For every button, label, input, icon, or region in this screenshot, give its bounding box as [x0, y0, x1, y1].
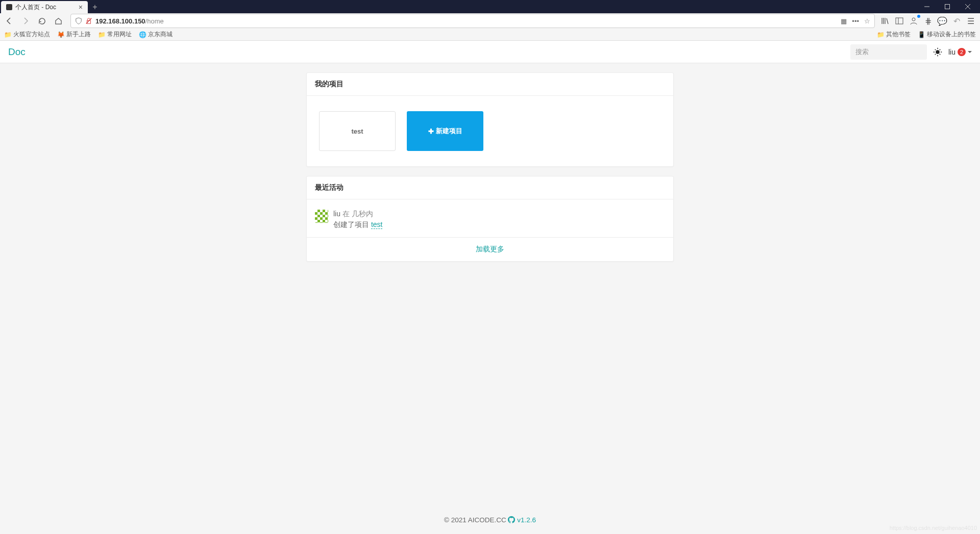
- bookmark-item[interactable]: 🦊新手上路: [57, 30, 91, 39]
- window-maximize-icon[interactable]: [937, 0, 958, 13]
- app-header: Doc liu 2: [0, 41, 980, 63]
- url-text: 192.168.100.150/home: [95, 17, 164, 25]
- bookmark-item[interactable]: 📁火狐官方站点: [4, 30, 50, 39]
- user-name: liu: [948, 48, 955, 56]
- activity-time: 在 几秒内: [342, 210, 373, 218]
- folder-icon: 📁: [4, 31, 11, 38]
- firefox-icon: 🦊: [57, 31, 64, 38]
- extension1-icon[interactable]: ⋕: [923, 16, 933, 26]
- bookmark-other[interactable]: 📁其他书签: [877, 30, 911, 39]
- library-icon[interactable]: [880, 16, 890, 26]
- nav-forward-icon[interactable]: [18, 14, 33, 28]
- svg-rect-1: [945, 5, 950, 9]
- chevron-down-icon: [968, 51, 972, 53]
- extension2-icon[interactable]: 💬: [937, 16, 947, 26]
- browser-nav: 192.168.100.150/home ▦ ••• ☆ ⋕ 💬 ↶ ☰: [0, 13, 980, 29]
- svg-point-9: [936, 50, 940, 54]
- activity-target-link[interactable]: test: [371, 220, 383, 229]
- mobile-icon: 📱: [918, 31, 925, 38]
- panel-title: 我的项目: [307, 73, 673, 96]
- url-right-icons: ▦ ••• ☆: [841, 17, 870, 25]
- new-project-button[interactable]: ✚ 新建项目: [407, 111, 483, 151]
- svg-line-16: [935, 49, 936, 50]
- nav-back-icon[interactable]: [2, 14, 16, 28]
- panel-title: 最近活动: [307, 176, 673, 199]
- window-minimize-icon[interactable]: [917, 0, 937, 13]
- window-close-icon[interactable]: [958, 0, 978, 13]
- activity-item: liu 在 几秒内 创建了项目 test: [307, 199, 673, 238]
- recent-activity-panel: 最近活动 liu 在 几秒内 创建了项目 test: [306, 176, 674, 262]
- theme-icon[interactable]: [932, 46, 943, 58]
- account-icon[interactable]: [909, 16, 919, 26]
- svg-point-8: [912, 18, 915, 21]
- new-project-label: 新建项目: [436, 126, 462, 136]
- tab-title: 个人首页 - Doc: [15, 3, 56, 12]
- new-tab-button[interactable]: +: [88, 1, 102, 13]
- tab-close-icon[interactable]: ×: [79, 3, 83, 11]
- bookmark-item[interactable]: 🌐京东商城: [139, 30, 173, 39]
- activity-user: liu: [333, 210, 340, 218]
- my-projects-panel: 我的项目 test ✚ 新建项目: [306, 72, 674, 167]
- bookmark-mobile[interactable]: 📱移动设备上的书签: [918, 30, 976, 39]
- shield-icon: [75, 17, 82, 24]
- menu-icon[interactable]: ☰: [966, 16, 976, 26]
- url-bar[interactable]: 192.168.100.150/home ▦ ••• ☆: [70, 14, 875, 28]
- search-input[interactable]: [850, 44, 927, 60]
- page-content: 我的项目 test ✚ 新建项目 最近活动: [0, 63, 980, 291]
- nav-reload-icon[interactable]: [35, 14, 49, 28]
- bookmarks-bar: 📁火狐官方站点 🦊新手上路 📁常用网址 🌐京东商城 📁其他书签 📱移动设备上的书…: [0, 29, 980, 41]
- project-name: test: [351, 128, 363, 135]
- app-logo[interactable]: Doc: [8, 46, 26, 58]
- page-actions-icon[interactable]: •••: [852, 17, 859, 25]
- activity-action: 创建了项目: [333, 220, 369, 228]
- svg-line-15: [935, 54, 936, 55]
- qr-icon[interactable]: ▦: [841, 17, 847, 25]
- folder-icon: 📁: [877, 31, 884, 38]
- svg-line-14: [940, 49, 941, 50]
- insecure-icon: [85, 17, 92, 24]
- notification-badge: 2: [958, 48, 966, 56]
- sidebar-icon[interactable]: [894, 16, 904, 26]
- undo-icon[interactable]: ↶: [951, 16, 962, 26]
- folder-icon: 📁: [98, 31, 105, 38]
- project-card[interactable]: test: [319, 111, 396, 151]
- svg-line-17: [940, 54, 941, 55]
- user-menu[interactable]: liu 2: [948, 48, 972, 56]
- tab-favicon-icon: [6, 4, 12, 10]
- browser-titlebar: [0, 0, 980, 13]
- svg-rect-6: [896, 18, 903, 24]
- nav-home-icon[interactable]: [51, 14, 65, 28]
- globe-icon: 🌐: [139, 31, 146, 38]
- browser-tabs: 个人首页 - Doc × +: [0, 0, 102, 13]
- plus-icon: ✚: [428, 128, 434, 135]
- bookmark-star-icon[interactable]: ☆: [864, 17, 870, 25]
- browser-tab-active[interactable]: 个人首页 - Doc ×: [1, 1, 88, 13]
- load-more-button[interactable]: 加载更多: [307, 238, 673, 261]
- bookmark-item[interactable]: 📁常用网址: [98, 30, 132, 39]
- avatar: [315, 210, 328, 223]
